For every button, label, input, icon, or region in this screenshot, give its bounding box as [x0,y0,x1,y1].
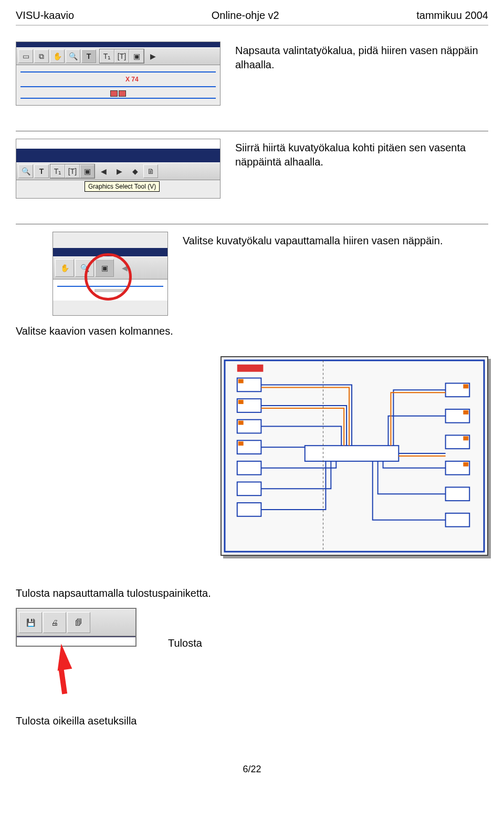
red-arrow-stem [59,670,67,695]
step-2-text: Siirrä hiirtä kuvatyökalua kohti pitäen … [235,139,488,169]
tooltip-graphics-select: Graphics Select Tool (V) [85,181,160,192]
svg-rect-21 [463,436,468,440]
tool-text-icon: T [81,49,96,63]
step-1: ▭ ⧉ ✋ 🔍 T T₁ [T] ▣ ▶ X 74 [16,42,488,106]
step-2-bottom-rule [16,224,488,224]
tool-newdoc-icon: 🗎 [143,164,158,178]
tool-page-icon: ▭ [18,49,33,63]
step-3-text: Valitse kuvatyökalu vapauttamalla hiiren… [183,232,488,248]
print-instruction: Tulosta napsauttamalla tulostuspainikett… [16,587,488,599]
svg-rect-12 [446,487,470,501]
svg-rect-16 [238,400,244,404]
svg-rect-17 [238,421,244,425]
step-2-image: 🔍 T T₁ [T] ▣ ◀ ▶ ◆ 🗎 Graphics Select Too… [16,139,220,199]
red-arrow-icon [54,643,72,670]
step-3-image: ✋ 🔍 ▣ ◀ [52,232,168,316]
tool-sub-a-icon: T₁ [100,49,114,63]
schematic-node-label: X 74 [125,76,139,83]
tool-sub-a2-icon: T₁ [50,164,65,178]
svg-rect-18 [238,441,244,446]
tool-search-icon: 🔍 [18,164,33,178]
step-1-bottom-rule [16,131,488,131]
tool-sub-b-icon: [T] [114,49,129,63]
svg-rect-24 [237,365,264,372]
svg-rect-19 [463,384,468,388]
tool-sub-b2-icon: [T] [65,164,80,178]
save-icon: 💾 [19,612,42,633]
step-2: 🔍 T T₁ [T] ▣ ◀ ▶ ◆ 🗎 Graphics Select Too… [16,139,488,199]
tool-select-graphic-icon: ▣ [129,49,144,63]
step-1-image: ▭ ⧉ ✋ 🔍 T T₁ [T] ▣ ▶ X 74 [16,42,220,106]
tool-copy-icon: ⧉ [34,49,49,63]
print-toolbar-image: 💾 🖨 🗐 [16,608,136,694]
print-settings-caption: Tulosta oikeilla asetuksilla [16,715,488,727]
svg-rect-7 [237,503,261,516]
wiring-diagram [220,356,488,556]
print-row: 💾 🖨 🗐 Tulosta [16,608,488,694]
header-left: VISU-kaavio [16,9,74,22]
tool-hand2-icon: ✋ [55,259,74,277]
svg-rect-22 [463,462,468,467]
doc-icon: 🗐 [67,612,90,633]
highlight-circle [85,253,132,301]
svg-rect-20 [463,410,468,415]
tool-zoom-icon: 🔍 [66,49,80,63]
header-right: tammikuu 2004 [416,9,488,22]
header-center: Online-ohje v2 [212,9,279,22]
tool-hand-icon: ✋ [50,49,65,63]
svg-rect-14 [305,446,399,461]
page-number: 6/22 [16,764,488,775]
svg-rect-15 [238,379,244,384]
select-left-third-caption: Valitse kaavion vasen kolmannes. [16,325,488,337]
tool-text2-icon: T [34,164,49,178]
page-header: VISU-kaavio Online-ohje v2 tammikuu 2004 [16,0,488,25]
svg-rect-13 [446,513,470,527]
print-icon: 🖨 [43,612,66,633]
header-divider [16,25,488,26]
svg-rect-6 [237,482,261,495]
step-1-text: Napsauta valintatyökalua, pidä hiiren va… [235,42,488,72]
tool-graphic-select-icon: ▣ [80,164,94,178]
svg-rect-5 [237,461,261,475]
step-3: ✋ 🔍 ▣ ◀ Valitse kuvatyökalu vapauttamall… [16,232,488,316]
print-label: Tulosta [168,608,488,650]
